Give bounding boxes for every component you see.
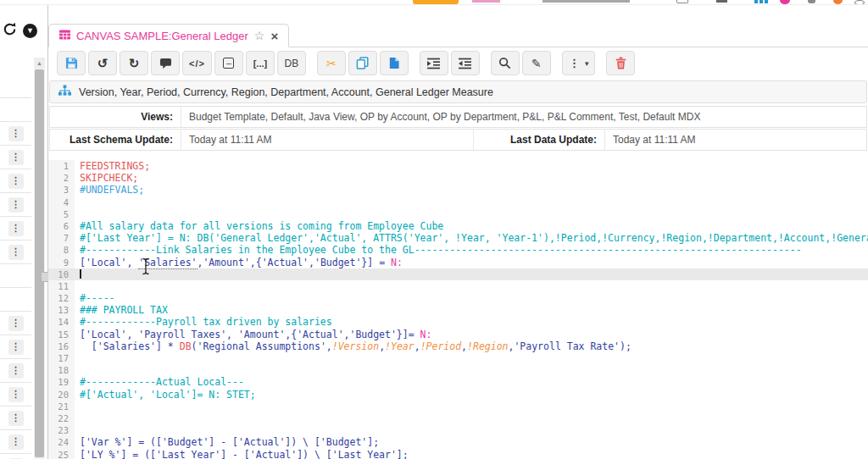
views-value: Budget Template, Default, Java View, OP …: [181, 107, 866, 127]
line-number: 11: [48, 280, 75, 292]
code-view-button[interactable]: </>: [182, 51, 212, 75]
code-text[interactable]: #------------Actual Local---: [75, 376, 244, 388]
dimensions-bar[interactable]: Version, Year, Period, Currency, Region,…: [49, 80, 867, 103]
indent-button[interactable]: [420, 51, 448, 75]
drag-handle-icon[interactable]: ⋮: [8, 126, 24, 141]
tab-close-icon[interactable]: ×: [270, 30, 278, 42]
code-text[interactable]: [75, 364, 80, 376]
rail-row-list: ⋮⋮⋮⋮⋮⋮⋮⋮⋮⋮⋮⋮⋮: [0, 97, 31, 459]
code-line[interactable]: 22: [48, 412, 868, 424]
favorite-star-icon[interactable]: ☆: [254, 29, 265, 42]
code-editor[interactable]: 1FEEDSTRINGS;2SKIPCHECK;3#UNDEFVALS;456#…: [48, 151, 868, 459]
code-text[interactable]: ['Local', 'Payroll Taxes', 'Amount',{'Ac…: [75, 329, 431, 340]
drag-handle-icon[interactable]: ⋮: [8, 150, 24, 165]
code-line[interactable]: 9['Local', 'Salaries','Amount',{'Actual'…: [48, 257, 868, 268]
drag-handle-icon[interactable]: ⋮: [8, 221, 24, 236]
undo-button[interactable]: ↺: [88, 51, 117, 75]
code-line[interactable]: 6#All salary data for all versions is co…: [48, 220, 868, 232]
code-line[interactable]: 17: [48, 352, 868, 364]
line-number: 24: [48, 436, 75, 448]
drag-handle-icon[interactable]: ⋮: [8, 316, 24, 331]
code-line[interactable]: 7#['Last Year'] = N: DB('General Ledger'…: [48, 232, 868, 244]
code-line[interactable]: 15['Local', 'Payroll Taxes', 'Amount',{'…: [48, 329, 868, 340]
code-text[interactable]: ['Local', 'Salaries','Amount',{'Actual',…: [75, 257, 403, 268]
code-line[interactable]: 8#------------Link Salaries in the Emplo…: [48, 244, 868, 256]
more-options-button[interactable]: ⋮▾: [562, 51, 596, 75]
code-line[interactable]: 5: [48, 208, 868, 220]
code-line[interactable]: 24['Var %'] = (['Budget'] - ['Actual']) …: [48, 436, 868, 448]
delete-button[interactable]: [606, 51, 635, 75]
drag-handle-icon[interactable]: ⋮: [8, 245, 24, 260]
code-text[interactable]: [75, 280, 80, 292]
code-line[interactable]: 21: [48, 401, 868, 412]
code-text[interactable]: [75, 196, 80, 208]
header-user-text-fragment: [542, 0, 630, 3]
more-options-icon: ⋮: [569, 57, 580, 69]
drag-handle-icon[interactable]: ⋮: [8, 340, 24, 355]
code-text[interactable]: SKIPCHECK;: [75, 172, 138, 184]
code-line[interactable]: 12#-----: [48, 292, 868, 304]
code-line[interactable]: 4: [48, 196, 868, 208]
collapse-block-button[interactable]: –: [214, 51, 243, 75]
drag-handle-icon[interactable]: ⋮: [8, 197, 24, 213]
scroll-up-arrow-icon[interactable]: ▲: [34, 58, 45, 68]
code-line[interactable]: 25['LY %'] = (['Last Year'] - ['Actual']…: [48, 449, 868, 459]
code-line[interactable]: 10: [48, 268, 868, 280]
outdent-button[interactable]: [451, 51, 480, 75]
cut-button[interactable]: ✂: [317, 51, 346, 75]
code-text[interactable]: #['Actual', 'Local']= N: STET;: [75, 389, 256, 401]
views-row: Views: Budget Template, Default, Java Vi…: [49, 106, 867, 128]
code-text[interactable]: [75, 268, 81, 280]
code-line[interactable]: 18: [48, 364, 868, 376]
toolbar: ↺↻</>–[...]DB✂✎⋮▾: [48, 47, 868, 79]
drag-handle-icon[interactable]: ⋮: [8, 363, 24, 379]
code-line[interactable]: 14#------------Payroll tax driven by sal…: [48, 316, 868, 328]
paste-button[interactable]: [380, 51, 409, 75]
redo-button[interactable]: ↻: [120, 51, 148, 75]
drag-handle-icon[interactable]: ⋮: [8, 387, 24, 402]
code-text[interactable]: ['Salaries'] * DB('Regional Assumptions'…: [75, 340, 632, 352]
code-line[interactable]: 16 ['Salaries'] * DB('Regional Assumptio…: [48, 340, 868, 352]
tab-bar: CANVAS SAMPLE:General Ledger ☆ ×: [48, 5, 868, 47]
scrollbar-thumb[interactable]: [35, 69, 44, 457]
code-text[interactable]: ['Var %'] = (['Budget'] - ['Actual']) \ …: [75, 436, 379, 448]
code-text[interactable]: ['LY %'] = (['Last Year'] - ['Actual']) …: [75, 449, 409, 459]
code-line[interactable]: 2SKIPCHECK;: [48, 172, 868, 184]
tab-general-ledger[interactable]: CANVAS SAMPLE:General Ledger ☆ ×: [48, 24, 289, 47]
code-line[interactable]: 13### PAYROLL TAX: [48, 304, 868, 316]
drag-handle-icon[interactable]: ⋮: [8, 434, 24, 450]
code-text[interactable]: FEEDSTRINGS;: [75, 160, 150, 172]
refresh-icon[interactable]: [3, 22, 17, 40]
code-text[interactable]: [75, 352, 80, 364]
code-text[interactable]: #['Last Year'] = N: DB('General Ledger',…: [75, 232, 868, 244]
code-text[interactable]: [75, 401, 80, 412]
edit-button[interactable]: ✎: [522, 51, 551, 75]
code-line[interactable]: 11: [48, 280, 868, 292]
brackets-button[interactable]: [...]: [246, 51, 275, 75]
code-text[interactable]: #-----: [75, 292, 115, 304]
drag-handle-icon[interactable]: ⋮: [8, 411, 24, 426]
code-text[interactable]: ### PAYROLL TAX: [75, 304, 168, 316]
collapse-circle-icon[interactable]: ▼: [23, 24, 37, 38]
search-button[interactable]: [491, 51, 520, 75]
code-line[interactable]: 23: [48, 424, 868, 436]
code-line[interactable]: 20#['Actual', 'Local']= N: STET;: [48, 389, 868, 401]
db-function-button[interactable]: DB: [277, 51, 306, 75]
rail-row: ⋮: [0, 193, 31, 217]
code-text[interactable]: #UNDEFVALS;: [75, 184, 144, 196]
code-text[interactable]: [75, 412, 80, 424]
drag-handle-icon[interactable]: ⋮: [8, 174, 24, 189]
code-line[interactable]: 19#------------Actual Local---: [48, 376, 868, 388]
code-line[interactable]: 3#UNDEFVALS;: [48, 184, 868, 196]
line-number: 10: [48, 268, 75, 280]
save-button[interactable]: [57, 51, 86, 75]
code-text[interactable]: #All salary data for all versions is com…: [75, 220, 443, 232]
code-text[interactable]: [75, 208, 80, 220]
code-text[interactable]: #------------Link Salaries in the Employ…: [75, 244, 802, 256]
code-text[interactable]: [75, 424, 80, 436]
code-text[interactable]: #------------Payroll tax driven by salar…: [75, 316, 332, 328]
code-line[interactable]: 1FEEDSTRINGS;: [48, 160, 868, 172]
copy-button[interactable]: [348, 51, 377, 75]
comment-button[interactable]: [151, 51, 180, 75]
rail-scrollbar[interactable]: ▲: [34, 58, 45, 459]
